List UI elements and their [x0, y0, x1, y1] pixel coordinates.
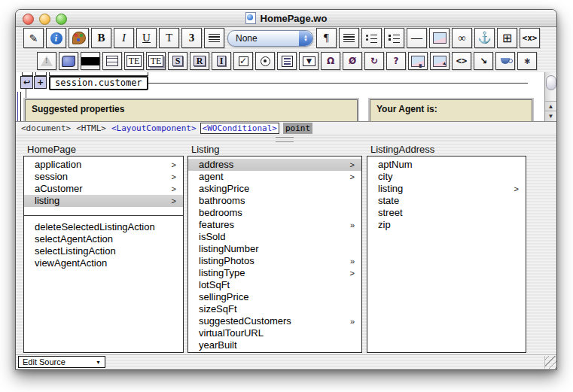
webobjects-builder-window: HomePage.wo ✎iBIUT3 None ▲▼ ¶—∞⚓⊞<x> TET…	[15, 9, 557, 370]
style-pencil-icon[interactable]: ✎	[23, 28, 44, 48]
embed-tag-icon[interactable]: <>	[452, 52, 471, 70]
edit-mode-popup[interactable]: Edit Source ▼	[18, 356, 105, 368]
asterisk-icon[interactable]: ∗	[517, 52, 537, 70]
scrollbar-thumb[interactable]	[546, 75, 556, 90]
paragraph-button[interactable]: ¶	[316, 28, 337, 48]
editor-scrollbar[interactable]: ▲ ▼	[544, 72, 556, 121]
path-item[interactable]: <document>	[21, 123, 71, 133]
bullet-list-icon[interactable]	[361, 28, 382, 48]
definition-list-icon[interactable]	[339, 28, 359, 48]
list-item[interactable]: application>	[24, 159, 183, 171]
text-area-icon[interactable]: TE	[146, 52, 166, 70]
popup-button-icon[interactable]: ▼	[299, 52, 319, 70]
list-item[interactable]: bedrooms	[188, 207, 361, 219]
list-item[interactable]: deleteSelectedListingAction	[24, 221, 183, 233]
horizontal-rule-icon: —	[411, 32, 422, 44]
bold-button[interactable]: B	[91, 28, 111, 48]
heading3-button[interactable]: 3	[181, 28, 202, 48]
help-icon[interactable]: ?	[386, 52, 406, 70]
list-item[interactable]: virtualTourURL	[188, 327, 361, 339]
person-icon[interactable]: Ω	[321, 52, 340, 70]
input-image-icon[interactable]: I	[212, 52, 231, 70]
condition-binding[interactable]: session.customer	[49, 76, 148, 90]
list-item[interactable]: listingNumber	[188, 243, 361, 255]
anchor-icon[interactable]: ⚓	[474, 28, 495, 48]
reload-icon[interactable]: ↻	[364, 52, 384, 70]
path-item[interactable]: <HTML>	[76, 123, 106, 133]
list-item[interactable]: agent>	[188, 171, 361, 183]
link-icon[interactable]: ∞	[452, 28, 472, 48]
list-item[interactable]: suggestedCustomers»	[188, 315, 361, 327]
reload-icon: ↻	[370, 56, 378, 65]
checkbox-icon[interactable]: ✓	[233, 52, 253, 70]
list-item[interactable]: aCustomer>	[24, 183, 183, 195]
list-item[interactable]: selectListingAction	[24, 245, 183, 257]
list-item[interactable]: askingPrice	[188, 183, 361, 195]
list-item[interactable]: sizeSqFt	[188, 303, 361, 315]
list-item[interactable]: zip	[367, 219, 526, 231]
list-item[interactable]: selectAgentAction	[24, 233, 183, 245]
list-item-label: virtualTourURL	[199, 327, 264, 339]
expand-button[interactable]: +	[34, 76, 47, 89]
list-item[interactable]: listingPhotos»	[188, 255, 361, 267]
list-item[interactable]: listingType>	[188, 267, 361, 279]
image-icon[interactable]	[429, 28, 450, 48]
teletype-button[interactable]: T	[159, 28, 179, 48]
list-item[interactable]: sellingPrice	[188, 291, 361, 303]
underline-button[interactable]: U	[136, 28, 157, 48]
browser-column: address>agent>askingPricebathroomsbedroo…	[187, 156, 362, 353]
wostring-icon[interactable]	[81, 52, 100, 70]
list-item[interactable]: viewAgentAction	[24, 257, 183, 269]
path-item[interactable]: point	[283, 123, 312, 134]
heading-style-popup[interactable]: None ▲▼	[227, 30, 313, 47]
submit-button-icon[interactable]: S	[168, 52, 187, 70]
radio-button-icon[interactable]	[255, 52, 275, 70]
list-item[interactable]: listing>	[24, 195, 183, 207]
browser-list-icon[interactable]	[277, 52, 297, 70]
path-item[interactable]: <LayoutComponent>	[111, 123, 197, 133]
table-cell-your-agent[interactable]: Your Agent is:	[370, 99, 532, 122]
conditional-toggle-button[interactable]: ↩	[20, 76, 33, 89]
list-item[interactable]: city	[367, 171, 526, 183]
align-icon[interactable]	[204, 28, 224, 48]
applet-icon[interactable]: ↘	[474, 52, 493, 70]
numbered-list-icon[interactable]	[384, 28, 404, 48]
form-icon[interactable]	[102, 52, 122, 70]
horizontal-rule-icon[interactable]: —	[407, 28, 427, 48]
compass-icon[interactable]: Ø	[343, 52, 362, 70]
close-button[interactable]	[23, 14, 34, 25]
table-cell-suggested-properties[interactable]: Suggested properties	[25, 99, 358, 122]
java-cup-icon[interactable]	[495, 52, 515, 70]
scroll-down-icon[interactable]: ▼	[545, 111, 556, 121]
table-icon[interactable]: ⊞	[497, 28, 517, 48]
list-item[interactable]: listing>	[367, 183, 526, 195]
resize-grip[interactable]	[544, 356, 556, 369]
list-item[interactable]: state	[367, 195, 526, 207]
text-field-icon[interactable]: TE	[124, 52, 144, 70]
custom-tag-icon[interactable]: <x>	[520, 28, 540, 48]
reset-button-icon[interactable]: R	[190, 52, 209, 70]
list-item[interactable]: isSold	[188, 231, 361, 243]
list-item[interactable]: bathrooms	[188, 195, 361, 207]
scroll-up-icon[interactable]: ▲	[545, 101, 556, 111]
list-item[interactable]: aptNum	[367, 159, 526, 171]
titlebar[interactable]: HomePage.wo	[16, 10, 556, 27]
list-item[interactable]: address>	[188, 159, 361, 171]
zoom-button[interactable]	[56, 14, 67, 25]
info-icon[interactable]: i	[46, 28, 66, 48]
minimize-button[interactable]	[39, 14, 50, 25]
splitter-grip-icon[interactable]	[276, 137, 294, 142]
list-item[interactable]: session>	[24, 171, 183, 183]
wo-element-icon[interactable]	[59, 52, 78, 70]
chevron-icon: »	[350, 255, 355, 267]
warning-icon[interactable]	[37, 52, 56, 70]
list-item[interactable]: lotSqFt	[188, 279, 361, 291]
list-item[interactable]: features»	[188, 219, 361, 231]
list-item[interactable]: yearBuilt	[188, 339, 361, 351]
path-item[interactable]: <WOConditional>	[200, 123, 279, 134]
active-image-icon[interactable]	[430, 52, 450, 70]
palette-icon[interactable]	[69, 28, 89, 48]
italic-button[interactable]: I	[114, 28, 134, 48]
image-map-icon[interactable]	[408, 52, 428, 70]
list-item[interactable]: street	[367, 207, 526, 219]
